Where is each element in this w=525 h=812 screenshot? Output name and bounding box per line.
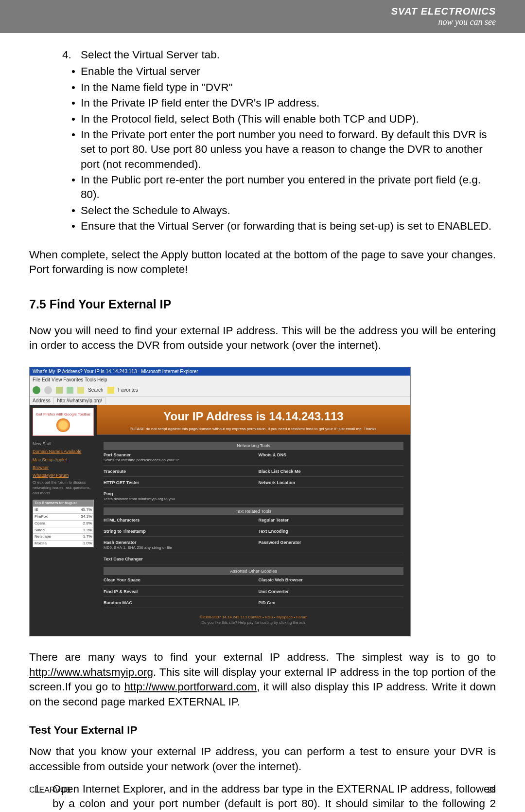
tool-row: Text Case Changer — [104, 556, 403, 564]
cell-browser: Opera — [33, 521, 79, 527]
tool-row: String to TimestampText Encoding — [104, 528, 403, 537]
table-row: Safari3.3% — [33, 527, 93, 534]
tool-title: Network Location — [259, 480, 404, 486]
list-text: Select the Virtual Server tab. — [81, 48, 496, 62]
tool-item: Traceroute — [104, 469, 249, 474]
bullet-icon: • — [57, 173, 81, 202]
list-text: In the Private IP field enter the DVR's … — [81, 96, 496, 110]
text-span: There are many ways to find your externa… — [29, 651, 496, 663]
tool-item: Password Generator — [259, 540, 404, 551]
tool-item: Clean Your Space — [104, 577, 249, 583]
tool-desc: MD5, SHA-1, SHA-256 any string or file — [104, 545, 172, 550]
ip-banner: Your IP Address is 14.14.243.113 PLEASE … — [97, 405, 410, 435]
list-item: •In the Protocol field, select Both (Thi… — [57, 112, 496, 126]
brand-tagline: now you can see — [391, 17, 496, 27]
tool-row: Find IP & RevealUnit Converter — [104, 589, 403, 597]
cell-browser: Netscape — [33, 534, 79, 540]
ip-banner-text: Your IP Address is 14.14.243.113 — [97, 409, 410, 424]
page-footer: ©2000-2007 14.14.243.113 Contact • RSS •… — [104, 611, 403, 632]
favorites-icon — [107, 387, 114, 394]
table-row: Opera2.8% — [33, 520, 93, 527]
tool-item: HTML Characters — [104, 517, 249, 523]
address-label: Address — [33, 398, 51, 403]
sidebar-link: Domain Names Available — [33, 449, 94, 454]
tool-desc: Scans for listening ports/services on yo… — [104, 458, 179, 462]
forward-icon — [44, 386, 52, 394]
tool-title: Whois & DNS — [259, 452, 404, 458]
table-row: IE45.7% — [33, 506, 93, 513]
list-text: In the Public port re-enter the port num… — [81, 173, 496, 202]
tools-header: Networking Tools — [104, 442, 403, 450]
list-text: Enable the Virtual server — [81, 64, 496, 79]
cell-browser: IE — [33, 507, 79, 513]
cell-percent: 1.0% — [79, 541, 93, 547]
cell-browser: Safari — [33, 527, 79, 534]
bullet-icon: • — [57, 203, 81, 218]
firefox-promo: Get Firefox with Google Toolbar — [33, 408, 94, 436]
browser-screenshot: What's My IP Address? Your IP is 14.14.2… — [29, 367, 411, 637]
tool-item: Find IP & Reveal — [104, 589, 249, 595]
page-main: Your IP Address is 14.14.243.113 PLEASE … — [97, 405, 410, 636]
footer-text-2: Do you like this site? Help pay for host… — [201, 620, 305, 625]
test-external-ip-heading: Test Your External IP — [29, 723, 496, 738]
sidebar-link: Mac Setup Applet — [33, 457, 94, 463]
search-label: Search — [88, 387, 104, 394]
tool-item — [259, 491, 404, 502]
list-item: •In the Private port enter the port numb… — [57, 127, 496, 172]
favorites-label: Favorites — [118, 387, 138, 394]
tool-title: Black List Check Me — [259, 469, 404, 474]
list-text: Select the Schedule to Always. — [81, 203, 496, 218]
after-screenshot-paragraph: There are many ways to find your externa… — [29, 650, 496, 709]
window-titlebar: What's My IP Address? Your IP is 14.14.2… — [30, 367, 410, 376]
brand-name: SVAT ELECTRONICS — [391, 6, 496, 17]
tool-item: PID Gen — [259, 600, 404, 606]
list-text: Ensure that the Virtual Server (or forwa… — [81, 219, 496, 234]
cell-percent: 34.1% — [79, 514, 93, 520]
tool-title: Password Generator — [259, 540, 404, 545]
footer-model: CLEARVU3 — [29, 786, 70, 794]
step-4-block: 4. Select the Virtual Server tab. •Enabl… — [29, 48, 496, 234]
tool-item: PingTests distance from whatsmyip.org to… — [104, 491, 249, 502]
cell-percent: 45.7% — [79, 507, 93, 513]
tool-row: HTTP GET TesterNetwork Location — [104, 480, 403, 488]
page-footer: CLEARVU3 28 — [29, 786, 496, 794]
tool-title: Find IP & Reveal — [104, 589, 249, 595]
bullet-icon: • — [57, 80, 81, 95]
find-ip-paragraph: Now you will need to find your external … — [29, 324, 496, 353]
firefox-icon — [56, 418, 70, 432]
bullet-icon: • — [57, 112, 81, 126]
brand-block: SVAT ELECTRONICS now you can see — [391, 6, 496, 27]
tool-row: Hash GeneratorMD5, SHA-1, SHA-256 any st… — [104, 540, 403, 553]
tool-title: Text Case Changer — [104, 556, 249, 562]
refresh-icon — [67, 387, 73, 394]
list-item: •In the Name field type in "DVR" — [57, 80, 496, 95]
browser-stats-table: Top Browsers for August IE45.7%FireFox34… — [33, 500, 94, 547]
whatsmyip-link[interactable]: http://www.whatsmyip.org — [29, 666, 153, 678]
bullet-icon: • — [57, 219, 81, 234]
tool-row: TracerouteBlack List Check Me — [104, 469, 403, 477]
browser-toolbar: Search Favorites — [30, 384, 410, 397]
address-value: http://whatsmyip.org/ — [53, 397, 105, 404]
tool-title: Classic Web Browser — [259, 577, 404, 583]
tool-title: Random MAC — [104, 600, 249, 606]
tool-row: Clean Your SpaceClassic Web Browser — [104, 577, 403, 585]
page-content: 4. Select the Virtual Server tab. •Enabl… — [0, 33, 525, 812]
tool-item: Port ScannerScans for listening ports/se… — [104, 452, 249, 463]
tools-area: Networking Tools Port ScannerScans for l… — [97, 435, 410, 636]
table-row: FireFox34.1% — [33, 513, 93, 520]
tools-header: Assorted Other Goodies — [104, 567, 403, 575]
footer-text: ©2000-2007 14.14.243.113 Contact • RSS •… — [200, 615, 308, 619]
test-paragraph: Now that you know your external IP addre… — [29, 744, 496, 774]
portforward-link[interactable]: http://www.portforward.com — [124, 681, 257, 693]
table-row: Netscape1.7% — [33, 533, 93, 540]
firefox-promo-text: Get Firefox with Google Toolbar — [36, 412, 90, 417]
sidebar-heading: New Stuff — [33, 441, 94, 447]
tool-title: Port Scanner — [104, 452, 249, 458]
cell-percent: 1.7% — [79, 534, 93, 540]
tool-title: Unit Converter — [259, 589, 404, 595]
tool-item: Black List Check Me — [259, 469, 404, 474]
tool-title: Hash Generator — [104, 540, 249, 545]
complete-paragraph: When complete, select the Apply button l… — [29, 248, 496, 277]
tool-item: Hash GeneratorMD5, SHA-1, SHA-256 any st… — [104, 540, 249, 551]
tool-item: Classic Web Browser — [259, 577, 404, 583]
